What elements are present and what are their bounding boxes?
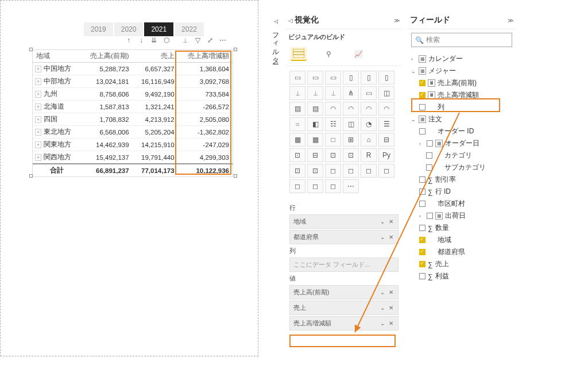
tab-2019[interactable]: 2019 — [84, 22, 113, 36]
field-actions[interactable]: ⌄ ✕ — [380, 218, 394, 225]
drill-up-icon[interactable]: ↑ — [124, 36, 133, 44]
viz-type-cell[interactable]: ◻ — [307, 179, 323, 193]
viz-type-cell[interactable]: R — [361, 148, 377, 162]
viz-type-cell[interactable]: □ — [325, 133, 341, 147]
viz-type-cell[interactable]: ⟂ — [289, 86, 305, 100]
viz-type-cell[interactable]: ▯ — [343, 71, 359, 84]
viz-type-cell[interactable]: ⟂ — [307, 86, 323, 100]
checkbox-icon[interactable] — [419, 273, 425, 279]
viz-type-cell[interactable]: ⊡ — [289, 164, 305, 178]
val-field-prev[interactable]: 売上高(前期)⌄ ✕ — [289, 285, 399, 299]
viz-type-cell[interactable]: ▭ — [289, 71, 305, 84]
checkbox-icon[interactable] — [419, 225, 425, 231]
expand-icon[interactable]: + — [35, 141, 41, 148]
viz-type-cell[interactable]: ◻ — [361, 164, 377, 178]
pin-icon[interactable]: ⟂ — [180, 36, 189, 44]
field-subcategory[interactable]: サブカテゴリ — [409, 162, 514, 174]
viz-type-cell[interactable]: ◠ — [343, 102, 359, 116]
field-actions[interactable]: ⌄ ✕ — [380, 289, 394, 295]
field-order-id[interactable]: オーダー ID — [409, 125, 514, 137]
selection-handle[interactable] — [234, 174, 237, 178]
checkbox-icon[interactable] — [419, 189, 425, 195]
viz-type-cell[interactable]: ◻ — [289, 179, 305, 193]
viz-type-cell[interactable]: ⋯ — [343, 179, 359, 193]
field-region[interactable]: 地域 — [409, 234, 514, 246]
viz-type-cell[interactable]: ◻ — [325, 179, 341, 193]
viz-type-cell[interactable]: ▤ — [289, 102, 305, 116]
collapse-icon[interactable]: ◁ — [288, 17, 293, 24]
tab-2020[interactable]: 2020 — [114, 22, 144, 36]
viz-type-cell[interactable]: ◔ — [361, 117, 377, 131]
viz-type-cell[interactable]: ◫ — [343, 117, 359, 131]
field-discount[interactable]: ∑割引率 — [409, 174, 514, 186]
build-tab-format[interactable]: ⚲ — [320, 47, 336, 61]
viz-type-cell[interactable]: ○ — [289, 117, 305, 131]
row-field-pref[interactable]: 都道府県⌄ ✕ — [289, 230, 399, 244]
expand-all-icon[interactable]: ⇊ — [149, 36, 158, 44]
col-prev[interactable]: 売上高(前期) — [80, 50, 132, 63]
selection-handle[interactable] — [29, 48, 33, 51]
drill-down-icon[interactable]: ↓ — [137, 36, 146, 44]
val-field-diff[interactable]: 売上高増減額⌄ ✕ — [289, 316, 399, 331]
checkbox-icon[interactable] — [419, 92, 425, 98]
viz-type-cell[interactable]: ◧ — [307, 117, 323, 131]
viz-type-cell[interactable]: ◻ — [378, 164, 394, 178]
col-sales[interactable]: 売上 — [133, 50, 178, 63]
tab-2022[interactable]: 2022 — [175, 22, 204, 36]
table-order[interactable]: ⌄▦注文 — [409, 113, 514, 125]
field-actions[interactable]: ⌄ ✕ — [380, 234, 394, 240]
viz-type-cell[interactable]: ⌂ — [361, 133, 377, 147]
expand-icon[interactable]: + — [35, 78, 41, 85]
filter-icon[interactable]: ▽ — [193, 36, 202, 44]
checkbox-icon[interactable] — [419, 80, 425, 86]
cols-well-empty[interactable]: ここにデータ フィールド... — [289, 258, 399, 272]
viz-type-cell[interactable]: Py — [378, 148, 394, 162]
viz-type-cell[interactable]: ◻ — [343, 164, 359, 178]
expand-icon[interactable]: + — [35, 91, 41, 98]
expand-icon[interactable]: + — [35, 154, 41, 161]
viz-type-cell[interactable]: ⟂ — [325, 86, 341, 100]
field-prev-sales[interactable]: 🖩売上高(前期) — [409, 77, 514, 89]
viz-type-cell[interactable]: ⋔ — [343, 86, 359, 100]
viz-type-cell[interactable]: ☷ — [325, 117, 341, 131]
viz-type-cell[interactable]: ▭ — [361, 86, 377, 100]
expand-icon[interactable]: ≫ — [508, 17, 513, 24]
checkbox-icon[interactable] — [419, 237, 425, 243]
expand-icon[interactable]: + — [35, 66, 41, 72]
viz-type-cell[interactable]: ▦ — [289, 133, 305, 147]
field-category[interactable]: カテゴリ — [409, 149, 514, 162]
field-city[interactable]: 市区町村 — [409, 198, 514, 210]
selection-handle[interactable] — [29, 174, 33, 178]
tab-2021[interactable]: 2021 — [144, 22, 173, 36]
field-order-date[interactable]: ›▦オーダー日 — [409, 137, 514, 149]
viz-type-cell[interactable]: ◠ — [325, 102, 341, 116]
viz-type-cell[interactable]: ⊡ — [343, 148, 359, 162]
viz-type-cell[interactable]: ⊡ — [289, 148, 305, 162]
viz-type-cell[interactable]: ▯ — [361, 71, 377, 84]
field-sales[interactable]: ∑売上 — [409, 258, 514, 270]
focus-icon[interactable]: ⤢ — [206, 36, 215, 44]
checkbox-icon[interactable] — [426, 164, 432, 171]
field-profit[interactable]: ∑利益 — [409, 270, 514, 282]
viz-type-cell[interactable]: ⊞ — [343, 133, 359, 147]
viz-type-cell[interactable]: ⊟ — [307, 148, 323, 162]
viz-type-cell[interactable]: ◠ — [361, 102, 377, 116]
field-pref[interactable]: 都道府県 — [409, 246, 514, 258]
expand-icon[interactable]: ≫ — [394, 17, 400, 24]
viz-type-cell[interactable]: ⊡ — [307, 164, 323, 178]
viz-type-cell[interactable]: ▦ — [307, 133, 323, 147]
field-qty[interactable]: ∑数量 — [409, 222, 514, 234]
checkbox-icon[interactable] — [426, 152, 432, 159]
more-icon[interactable]: ⋯ — [218, 36, 227, 44]
expand-icon[interactable]: + — [35, 129, 41, 136]
viz-type-cell[interactable]: ⊡ — [325, 148, 341, 162]
viz-type-cell[interactable]: ▭ — [325, 71, 341, 84]
viz-type-cell[interactable]: ▤ — [307, 102, 323, 116]
expand-icon[interactable]: + — [35, 103, 41, 110]
checkbox-icon[interactable] — [419, 201, 425, 207]
viz-type-cell[interactable]: ◠ — [378, 102, 394, 116]
build-tab-fields[interactable] — [291, 47, 307, 61]
field-ship-date[interactable]: ›▦出荷日 — [409, 210, 514, 222]
build-tab-analytics[interactable]: 📈 — [350, 47, 366, 61]
checkbox-icon[interactable] — [419, 128, 425, 135]
